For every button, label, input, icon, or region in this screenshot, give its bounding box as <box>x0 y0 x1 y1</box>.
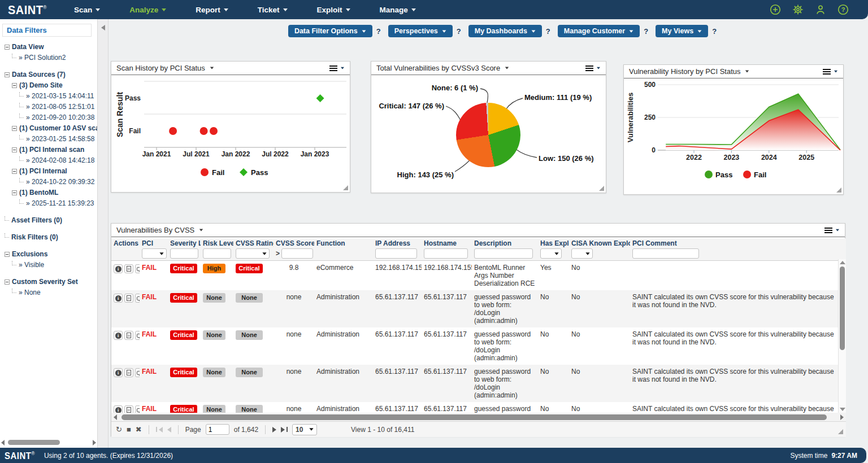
perspectives-button[interactable]: Perspectives <box>388 25 453 37</box>
col-cvss-rating[interactable]: CVSS Rating <box>233 238 274 248</box>
table-vertical-scrollbar[interactable] <box>838 259 846 413</box>
col-function[interactable]: Function <box>314 238 373 248</box>
scrollbar-thumb[interactable] <box>840 267 845 350</box>
first-page-button[interactable] <box>156 427 163 433</box>
refresh-icon[interactable]: ↻ <box>116 426 122 433</box>
add-icon[interactable] <box>770 4 781 15</box>
my-views-button[interactable]: My Views <box>656 25 708 37</box>
sidebar-item[interactable]: » 2021-03-15 14:04:11 <box>5 91 97 101</box>
sidebar-item[interactable]: » PCI Solution2 <box>5 53 97 62</box>
user-icon[interactable] <box>815 4 826 15</box>
menu-manage[interactable]: Manage <box>380 6 416 14</box>
scroll-up-icon[interactable] <box>840 261 845 264</box>
collapse-box-icon[interactable] <box>12 126 17 131</box>
sidebar-item[interactable]: (3) Demo Site <box>5 81 97 90</box>
collapse-box-icon[interactable] <box>12 169 17 174</box>
table-horizontal-scrollbar[interactable] <box>111 413 846 421</box>
menu-exploit[interactable]: Exploit <box>317 6 350 14</box>
collapse-sidebar-icon[interactable] <box>101 25 105 30</box>
info-button[interactable]: i <box>114 264 123 273</box>
collapse-box-icon[interactable] <box>5 45 10 50</box>
cvss-rating-filter-select[interactable] <box>236 248 270 259</box>
table-title-dropdown[interactable]: Vulnerabilities By CVSS <box>116 226 203 234</box>
info-button[interactable]: i <box>114 331 123 340</box>
cisa-filter-select[interactable] <box>571 248 593 259</box>
help-link[interactable]: ? <box>457 27 461 36</box>
help-link[interactable]: ? <box>712 27 717 36</box>
sidebar-item[interactable]: Custom Severity Set <box>5 277 97 286</box>
comment-button[interactable] <box>135 264 140 273</box>
scrollbar-thumb[interactable] <box>8 440 60 445</box>
has-exploit-filter-select[interactable] <box>540 248 562 259</box>
help-icon[interactable]: ? <box>837 4 849 15</box>
col-severity[interactable]: Severity Le <box>168 238 201 248</box>
scan-history-title-dropdown[interactable]: Scan History by PCI Status <box>116 64 214 72</box>
collapse-box-icon[interactable] <box>5 72 10 77</box>
sidebar-item[interactable]: Exclusions <box>5 250 97 259</box>
page-size-select[interactable]: 10 <box>292 424 317 435</box>
collapse-box-icon[interactable] <box>12 147 17 152</box>
panel-menu-button[interactable] <box>585 65 601 71</box>
cvss-score-filter-input[interactable] <box>281 248 313 259</box>
sidebar-item[interactable]: Risk Filters (0) <box>5 233 97 242</box>
col-cvss-score[interactable]: CVSS Score <box>274 238 314 248</box>
document-button[interactable] <box>124 294 133 303</box>
ip-filter-input[interactable] <box>375 248 417 259</box>
collapse-box-icon[interactable] <box>12 83 17 88</box>
table-row[interactable]: iFAILCriticalHighCritical9.8eCommerce192… <box>111 261 838 291</box>
settings-icon[interactable] <box>792 4 804 15</box>
sidebar-item[interactable]: (1) Customer 10 ASV scan <box>5 124 97 133</box>
sidebar-horizontal-scrollbar[interactable] <box>1 439 96 446</box>
info-button[interactable]: i <box>114 294 123 303</box>
resize-handle[interactable] <box>343 185 348 190</box>
hostname-filter-input[interactable] <box>424 248 468 259</box>
comment-button[interactable] <box>135 331 140 340</box>
severity-filter-input[interactable] <box>170 248 198 259</box>
sidebar-item[interactable]: » 2023-01-25 14:58:58 <box>5 134 97 143</box>
comment-button[interactable] <box>135 405 140 413</box>
description-filter-input[interactable] <box>474 248 533 259</box>
help-link[interactable]: ? <box>546 27 550 36</box>
last-page-button[interactable] <box>281 427 288 433</box>
clear-icon[interactable]: ✖ <box>136 426 142 433</box>
document-button[interactable] <box>124 368 133 377</box>
col-ip[interactable]: IP Address <box>373 238 422 248</box>
collapse-box-icon[interactable] <box>5 252 10 257</box>
sidebar-item[interactable]: » 2024-10-22 09:39:32 <box>5 177 97 186</box>
prev-page-button[interactable] <box>167 427 171 433</box>
cvss-pie-chart[interactable] <box>456 103 520 167</box>
document-button[interactable] <box>124 331 133 340</box>
col-hostname[interactable]: Hostname <box>422 238 472 248</box>
table-row[interactable]: iFAILCriticalNoneNonenoneAdministration6… <box>111 327 838 365</box>
scrollbar-thumb[interactable] <box>121 414 827 420</box>
collapse-box-icon[interactable] <box>12 190 17 195</box>
table-row[interactable]: iFAILCriticalNoneNonenoneAdministration6… <box>111 402 838 413</box>
comment-button[interactable] <box>135 368 140 377</box>
help-link[interactable]: ? <box>376 27 381 36</box>
my-dashboards-button[interactable]: My Dashboards <box>468 25 542 37</box>
panel-menu-button[interactable] <box>824 228 840 233</box>
sidebar-item[interactable]: Data View <box>5 42 97 51</box>
scroll-down-icon[interactable] <box>840 408 845 411</box>
stop-icon[interactable]: ■ <box>127 426 131 433</box>
table-row[interactable]: iFAILCriticalNoneNonenoneAdministration6… <box>111 365 838 402</box>
col-cisa[interactable]: CISA Known Exploited <box>569 238 630 248</box>
info-button[interactable]: i <box>114 368 123 377</box>
collapse-box-icon[interactable] <box>5 279 10 285</box>
sidebar-item[interactable]: » 2021-08-05 12:51:01 <box>5 102 97 111</box>
scroll-left-icon[interactable] <box>114 414 117 420</box>
pie-title-dropdown[interactable]: Total Vulnerabilities by CVSSv3 Score <box>376 64 509 72</box>
resize-handle[interactable] <box>836 187 841 193</box>
document-button[interactable] <box>124 405 133 413</box>
manage-customer-button[interactable]: Manage Customer <box>558 25 640 37</box>
sidebar-splitter[interactable] <box>97 19 108 448</box>
page-number-input[interactable] <box>206 424 229 435</box>
data-filter-options-button[interactable]: Data Filter Options <box>288 25 372 37</box>
col-has-exploit[interactable]: Has Exploit <box>538 238 569 248</box>
scroll-right-icon[interactable] <box>840 414 844 420</box>
next-page-button[interactable] <box>272 427 276 433</box>
history-title-dropdown[interactable]: Vulnerability History by PCI Status <box>629 67 749 76</box>
sidebar-item[interactable]: (1) PCI Internal scan <box>5 145 97 154</box>
sidebar-item[interactable]: Data Sources (7) <box>5 70 97 79</box>
sidebar-item[interactable]: (1) BentoML <box>5 188 97 197</box>
